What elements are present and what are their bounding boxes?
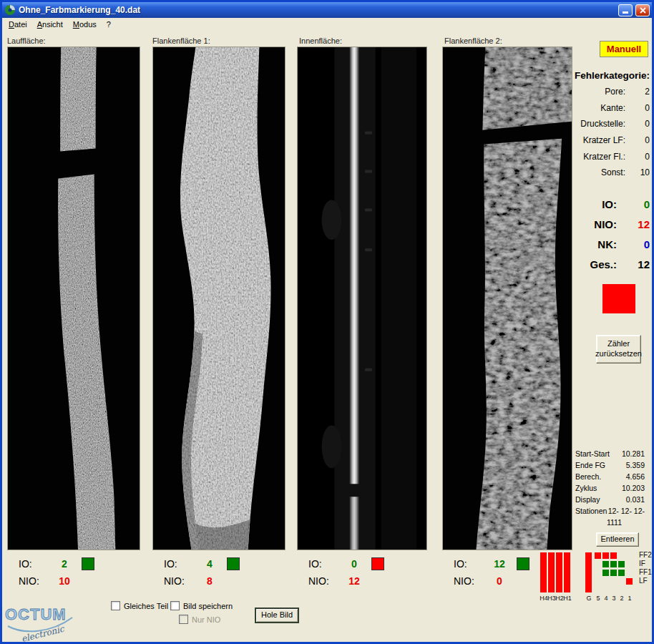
nio-value: 0: [485, 575, 514, 587]
station-cell: [618, 561, 625, 567]
station-cell: [595, 552, 601, 559]
menu-ansicht[interactable]: Ansicht: [32, 19, 68, 30]
app-icon: [4, 4, 16, 16]
minimize-icon: [623, 11, 628, 14]
fehler-value: 10: [625, 167, 650, 179]
station-cell: [610, 561, 617, 567]
stat-value: 10.203: [622, 484, 645, 492]
total-value: 12: [617, 218, 650, 234]
station-label: LF: [639, 577, 654, 585]
stat-row-zyklus: Zyklus 10.203: [575, 484, 645, 492]
fehler-row-druckstelle: Druckstelle: 0: [561, 119, 650, 130]
window-title: Ohne_Farbmarkierung_40.dat: [19, 5, 615, 15]
panel-label-flankenflaeche1: Flankenfläche 1:: [152, 36, 210, 45]
fehler-label: Kante:: [561, 103, 625, 114]
total-row-ges: Ges.: 12: [561, 258, 650, 274]
panel-label-flankenflaeche2: Flankenfläche 2:: [444, 36, 502, 45]
app-window: Ohne_Farbmarkierung_40.dat Datei Ansicht…: [0, 0, 654, 644]
minimize-button[interactable]: [618, 4, 633, 16]
nio-value: 8: [195, 575, 224, 587]
panel-footer-flankenflaeche2: IO: 12 NIO: 0: [454, 555, 529, 590]
nio-label: NIO:: [164, 575, 195, 587]
nio-value: 10: [50, 575, 79, 587]
image-panel-innenflaeche: [297, 47, 427, 550]
image-panel-laufflaeche: [7, 47, 140, 550]
fehler-row-pore: Pore: 2: [561, 87, 650, 98]
fehlerkategorie-title: Fehlerkategorie:: [561, 70, 650, 81]
stat-value: 10.281: [622, 449, 645, 458]
panel-label-innenflaeche: Innenfläche:: [299, 36, 342, 45]
mode-badge: Manuell: [600, 41, 648, 57]
io-value: 0: [340, 558, 369, 570]
stat-value: 5.359: [626, 461, 645, 469]
io-value: 4: [195, 558, 224, 570]
io-value: 2: [50, 558, 79, 570]
hole-bild-button[interactable]: Hole Bild: [255, 608, 299, 623]
menu-datei[interactable]: Datei: [4, 19, 32, 30]
menubar: Datei Ansicht Modus ?: [2, 18, 652, 31]
status-square: [227, 557, 240, 570]
reset-counter-button[interactable]: Zähler zurücksetzen: [596, 335, 641, 364]
fehler-row-kratzer-lf: Kratzer LF: 0: [561, 135, 650, 147]
close-button[interactable]: [635, 4, 650, 16]
status-square: [82, 557, 94, 570]
stat-row-start-start: Start-Start 10.281: [575, 449, 645, 458]
station-cell: [610, 570, 617, 576]
stat-label: Stationen: [575, 507, 607, 515]
station-cell: [540, 552, 547, 592]
station-cell: [556, 552, 562, 592]
fehler-row-kante: Kante: 0: [561, 103, 650, 114]
io-label: IO:: [454, 558, 485, 570]
station-cell: [618, 570, 625, 576]
titlebar[interactable]: Ohne_Farbmarkierung_40.dat: [2, 2, 652, 18]
image-panel-flankenflaeche1: [152, 47, 285, 550]
station-label: FF2: [639, 551, 654, 559]
io-value: 12: [485, 558, 514, 570]
fehler-label: Kratzer Fl.:: [561, 152, 625, 163]
station-cell: [548, 552, 555, 592]
fehler-label: Pore:: [561, 87, 625, 98]
station-cell: [585, 552, 592, 592]
io-label: IO:: [164, 558, 195, 570]
total-row-nk: NK: 0: [561, 238, 650, 254]
io-label: IO:: [308, 558, 340, 570]
status-square: [517, 557, 529, 570]
checkbox-label: Nur NIO: [192, 615, 220, 624]
entleeren-button[interactable]: Entleeren: [596, 532, 639, 547]
station-cell: [610, 552, 617, 559]
menu-hilfe[interactable]: ?: [102, 19, 116, 30]
fehler-value: 0: [625, 119, 650, 130]
stat-row-ende-fg: Ende FG 5.359: [575, 461, 645, 469]
station-cell: [602, 561, 609, 567]
stat-label: Start-Start: [575, 449, 610, 458]
total-label: NIO:: [561, 218, 617, 234]
image-panel-flankenflaeche2: [442, 47, 572, 550]
panel-footer-flankenflaeche1: IO: 4 NIO: 8: [164, 555, 240, 590]
checkbox-gleiches-teil[interactable]: Gleiches Teil: [111, 601, 168, 610]
total-value: 0: [617, 238, 650, 254]
logo-subtext: electronic: [21, 623, 67, 642]
checkbox-bild-speichern[interactable]: Bild speichern: [170, 601, 233, 610]
total-label: Ges.:: [561, 258, 617, 274]
checkbox-nur-nio: Nur NIO: [179, 615, 220, 624]
checkbox-box[interactable]: [111, 601, 120, 610]
stat-row-berech: Berech. 4.656: [575, 472, 645, 481]
stat-row-stationen: Stationen 12- 12- 12-: [575, 507, 645, 515]
station-label: IF: [639, 560, 654, 567]
stat-value: 12- 12- 12-: [608, 507, 645, 515]
fehler-value: 0: [625, 103, 650, 114]
station-label: H1: [562, 595, 573, 602]
fehler-value: 2: [625, 87, 650, 98]
panel-footer-laufflaeche: IO: 2 NIO: 10: [19, 555, 94, 590]
fehler-row-kratzer-fl: Kratzer Fl.: 0: [561, 152, 650, 163]
overall-status-indicator: [602, 284, 635, 313]
stat-label: Berech.: [575, 472, 601, 481]
fehler-value: 0: [625, 152, 650, 163]
menu-modus[interactable]: Modus: [68, 19, 102, 30]
total-value: 12: [617, 258, 650, 274]
octum-logo: OCTUM electronic: [4, 597, 77, 642]
stat-label: Ende FG: [575, 461, 605, 469]
station-cell: [602, 570, 609, 576]
checkbox-box[interactable]: [170, 601, 180, 610]
total-value: 0: [617, 198, 650, 214]
